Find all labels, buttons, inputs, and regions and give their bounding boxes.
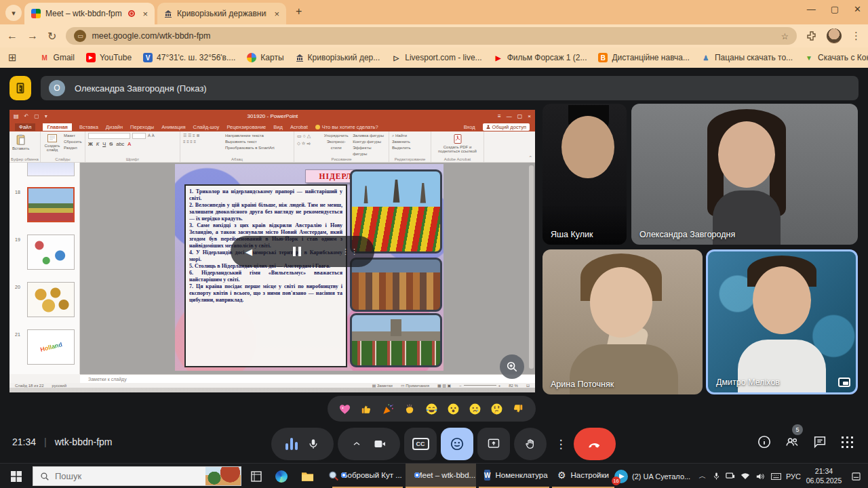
ppt-sign-in[interactable]: Вход xyxy=(464,124,475,130)
bookmark-patsany[interactable]: ♟Пацаны скачать то... xyxy=(701,53,793,62)
tray-touch-keyboard[interactable] xyxy=(768,464,784,488)
shape-fill-button[interactable]: Заливка фигуры xyxy=(353,133,386,139)
bookmark-distance-learning[interactable]: BДистанційне навча... xyxy=(598,53,689,62)
reaction-clap[interactable] xyxy=(403,401,418,416)
ppt-tab-insert[interactable]: Вставка xyxy=(79,124,98,130)
section-button[interactable]: Раздел xyxy=(64,145,82,151)
reaction-party[interactable] xyxy=(381,401,396,416)
font-size-select[interactable] xyxy=(132,133,146,139)
reset-button[interactable]: Сбросить xyxy=(64,139,82,145)
maximize-icon[interactable]: ▢ xyxy=(831,4,839,14)
bookmark-coords[interactable]: V47°31'с. ш. 32°56'в.... xyxy=(143,53,235,62)
slide-thumbnail-20[interactable] xyxy=(27,282,75,317)
drag-handle-icon[interactable]: ⋮⋮ xyxy=(342,247,359,256)
tray-telegram[interactable]: 16 (2) UA Суетало... xyxy=(614,464,694,488)
minimize-icon[interactable]: — xyxy=(807,4,816,14)
end-call-button[interactable] xyxy=(574,428,616,460)
zoom-level[interactable]: 82 % xyxy=(509,384,518,388)
reactions-button-active[interactable] xyxy=(441,428,473,460)
bookmark-film[interactable]: ▶Фильм Форсаж 1 (2... xyxy=(494,53,587,62)
presenter-banner[interactable]: О Олександра Завгородня (Показ) xyxy=(41,76,859,100)
slide-thumbnail-21[interactable]: Holland xyxy=(27,329,75,365)
ppt-tab-transitions[interactable]: Переходы xyxy=(130,124,154,130)
collapse-ribbon-icon[interactable]: ⌃ xyxy=(528,155,532,161)
present-button[interactable] xyxy=(477,428,510,460)
bookmark-maps[interactable]: Карты xyxy=(247,53,283,62)
previous-icon[interactable]: ◀ xyxy=(245,247,252,257)
participant-tile-yasha[interactable]: Яша Кулик xyxy=(542,104,627,245)
ppt-close-icon[interactable]: × xyxy=(528,113,531,119)
zoom-slider[interactable]: −+ xyxy=(459,384,500,388)
browser-menu-icon[interactable]: ⋮ xyxy=(851,30,861,42)
back-icon[interactable]: ← xyxy=(7,30,18,42)
tab-meet[interactable]: Meet – wtk-bbdn-fpm × xyxy=(24,3,155,24)
tray-language[interactable]: РУС xyxy=(784,464,803,488)
picture-in-picture-icon[interactable] xyxy=(838,378,850,387)
char-spacing-button[interactable]: abc xyxy=(116,141,124,147)
ppt-restore-icon[interactable]: ▢ xyxy=(517,113,523,119)
ppt-tab-design[interactable]: Дизайн xyxy=(106,124,123,130)
taskbar-app-chrome-bobrovy[interactable]: Бобровый Кут ... xyxy=(332,464,403,488)
ribbon-display-icon[interactable]: ≡ xyxy=(498,113,501,119)
participant-tile-dmytro-speaking[interactable]: Дмитро Меліхов xyxy=(706,249,858,394)
new-tab-button[interactable]: + xyxy=(296,5,302,18)
shapes-gallery[interactable]: ▭ ○ △⬦ ☆ ⇨ xyxy=(297,133,319,147)
reaction-sad[interactable] xyxy=(467,401,482,416)
replace-button[interactable]: Заменить xyxy=(392,139,411,145)
ppt-share-button[interactable]: Общий доступ xyxy=(483,123,530,131)
apps-grid-icon[interactable]: ⊞ xyxy=(8,52,17,64)
reaction-thumbs-up[interactable] xyxy=(359,401,374,416)
ppt-tab-slideshow[interactable]: Слайд-шоу xyxy=(193,124,219,130)
taskbar-app-settings[interactable]: ⚙ Настройки xyxy=(552,464,614,488)
create-pdf-button[interactable]: Создать PDF и поделиться ссылкой xyxy=(434,133,481,153)
close-tab-icon[interactable]: × xyxy=(274,9,279,19)
bookmark-youtube[interactable]: ▶YouTube xyxy=(86,53,132,62)
tray-wifi[interactable] xyxy=(738,464,753,488)
ppt-tab-view[interactable]: Вид xyxy=(273,124,283,130)
grow-shrink-font[interactable]: А́ А̀ xyxy=(148,133,155,139)
raise-hand-button[interactable] xyxy=(514,428,547,460)
ppt-tab-review[interactable]: Рецензирование xyxy=(226,124,266,130)
camera-button[interactable] xyxy=(338,428,400,460)
slide-thumbnail-17[interactable] xyxy=(27,163,75,176)
ppt-minimize-icon[interactable]: — xyxy=(507,113,512,119)
slideshow-icon[interactable]: ▢ xyxy=(34,113,39,119)
arrange-button[interactable]: Упорядочить xyxy=(322,133,350,139)
save-icon[interactable]: ▤ xyxy=(14,113,19,119)
paste-button[interactable]: Вставить xyxy=(12,133,29,150)
taskbar-search[interactable] xyxy=(33,466,241,486)
ppt-tab-animation[interactable]: Анимация xyxy=(161,124,185,130)
bookmark-gmail[interactable]: MGmail xyxy=(40,53,75,62)
font-color-button[interactable]: А xyxy=(127,141,131,147)
tray-device[interactable] xyxy=(723,464,738,488)
tell-me[interactable]: Что вы хотите сделать? xyxy=(322,124,378,130)
more-options-button[interactable]: ⋮ xyxy=(551,428,571,460)
edge-button[interactable] xyxy=(270,464,293,488)
meeting-details-button[interactable] xyxy=(757,434,772,452)
tab-university[interactable]: Криворізький державний пед.. × xyxy=(157,3,286,24)
participants-button[interactable] xyxy=(784,434,800,452)
taskbar-app-chrome-meet-active[interactable]: Meet – wtk-bbd... xyxy=(406,464,476,488)
shape-outline-button[interactable]: Контур фигуры xyxy=(353,139,386,145)
chat-button[interactable] xyxy=(812,434,827,452)
captions-button[interactable]: CC xyxy=(404,428,437,460)
view-buttons[interactable]: ▦ ▥ ▣ xyxy=(437,383,451,388)
bookmark-star-icon[interactable]: ☆ xyxy=(781,31,789,41)
mic-button[interactable] xyxy=(271,428,334,460)
zoom-in-overlay-button[interactable] xyxy=(500,354,524,379)
close-tab-icon[interactable]: × xyxy=(142,9,148,19)
bookmark-livesport[interactable]: ▷Livesport.com - live... xyxy=(391,53,481,62)
tab-search-button[interactable]: ▾ xyxy=(5,5,22,21)
reaction-thumbs-down[interactable] xyxy=(511,401,526,416)
tray-volume[interactable] xyxy=(753,464,768,488)
ppt-tab-file[interactable]: Файл xyxy=(15,123,35,131)
task-view-button[interactable] xyxy=(245,464,267,488)
ppt-notes-bar[interactable]: Заметки к слайду xyxy=(80,374,535,383)
layout-button[interactable]: Макет xyxy=(64,133,82,139)
underline-button[interactable]: Ч xyxy=(102,141,106,147)
shape-effects-button[interactable]: Эффекты фигуры xyxy=(353,145,386,157)
bold-button[interactable]: Ж xyxy=(88,141,93,147)
quick-styles-button[interactable]: Экспресс-стили xyxy=(322,139,350,151)
show-desktop-button[interactable] xyxy=(849,464,863,488)
activities-button[interactable] xyxy=(840,434,853,448)
